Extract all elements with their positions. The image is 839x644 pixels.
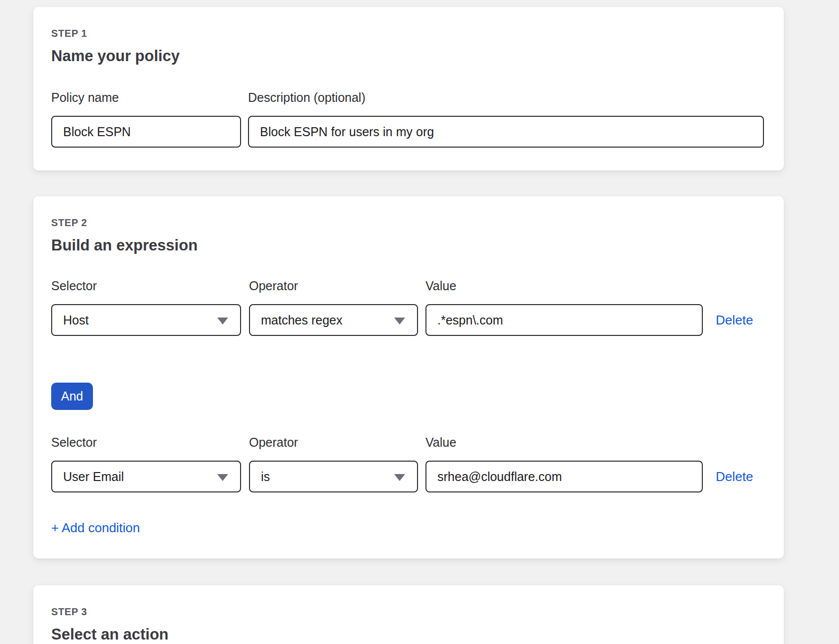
condition-row-2: Selector User Email Operator is Value De… [51,435,764,492]
selector-label: Selector [51,278,241,293]
selector-dropdown-2[interactable]: User Email [51,461,241,492]
step2-label: STEP 2 [51,217,764,229]
and-join-button[interactable]: And [51,383,93,410]
condition-row-1: Selector Host Operator matches regex Val… [51,278,764,336]
step3-label: STEP 3 [51,606,764,618]
step1-label: STEP 1 [51,28,764,39]
step2-title: Build an expression [51,237,764,254]
operator-dropdown-1-value: matches regex [261,313,342,327]
operator-dropdown-2-value: is [261,470,270,484]
delete-condition-2-link[interactable]: Delete [716,469,753,484]
step1-card: STEP 1 Name your policy Policy name Desc… [33,7,784,170]
operator-label: Operator [249,435,418,450]
operator-dropdown-1[interactable]: matches regex [249,304,418,336]
value-input-1[interactable] [425,304,703,336]
step1-title: Name your policy [51,47,764,65]
operator-dropdown-2[interactable]: is [249,461,418,492]
value-label: Value [425,278,703,293]
step3-title: Select an action [51,626,764,644]
chevron-down-icon [217,318,228,324]
policy-name-input[interactable] [51,116,241,148]
chevron-down-icon [217,474,228,481]
policy-name-label: Policy name [51,90,241,105]
selector-dropdown-1[interactable]: Host [51,304,241,336]
value-label: Value [425,435,703,450]
step3-card: STEP 3 Select an action [33,585,784,644]
chevron-down-icon [394,318,405,324]
selector-label: Selector [51,435,241,450]
delete-condition-1-link[interactable]: Delete [716,313,753,328]
chevron-down-icon [394,474,405,481]
add-condition-link[interactable]: + Add condition [51,520,140,536]
operator-label: Operator [249,278,418,293]
selector-dropdown-1-value: Host [63,313,88,327]
selector-dropdown-2-value: User Email [63,470,124,484]
description-input[interactable] [248,116,764,148]
description-label: Description (optional) [248,90,764,105]
value-input-2[interactable] [425,461,703,492]
step2-card: STEP 2 Build an expression Selector Host… [33,196,784,559]
